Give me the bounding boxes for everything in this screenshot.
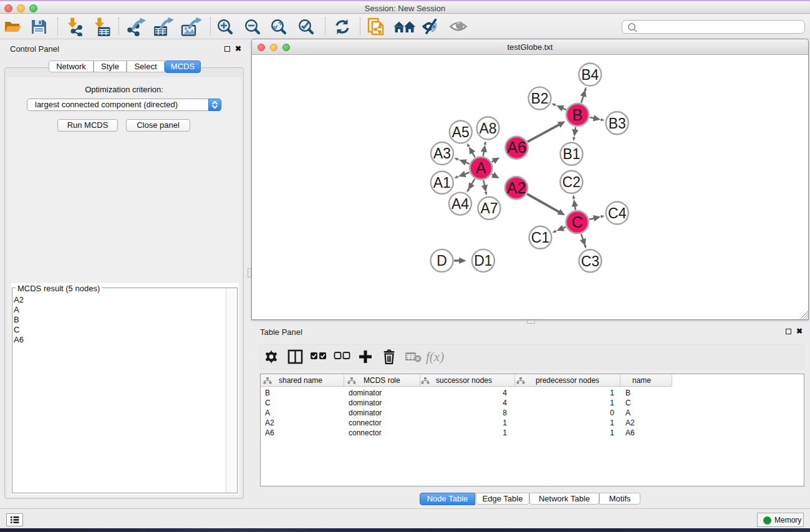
svg-text:A8: A8 bbox=[479, 120, 496, 137]
svg-text:C1: C1 bbox=[531, 230, 549, 246]
svg-text:B1: B1 bbox=[562, 146, 580, 162]
svg-text:A7: A7 bbox=[480, 200, 498, 216]
svg-text:B3: B3 bbox=[609, 115, 626, 132]
svg-text:A: A bbox=[476, 159, 486, 177]
svg-text:C4: C4 bbox=[608, 205, 627, 221]
svg-text:B2: B2 bbox=[531, 90, 548, 107]
svg-text:C3: C3 bbox=[581, 253, 599, 269]
svg-text:A1: A1 bbox=[433, 175, 451, 191]
svg-text:A2: A2 bbox=[507, 179, 526, 196]
svg-text:D1: D1 bbox=[474, 253, 492, 269]
svg-text:B: B bbox=[572, 106, 583, 123]
svg-text:C: C bbox=[572, 213, 583, 231]
svg-text:A6: A6 bbox=[507, 138, 526, 156]
svg-text:A4: A4 bbox=[451, 196, 469, 212]
svg-text:D: D bbox=[436, 253, 447, 269]
svg-text:B4: B4 bbox=[581, 67, 599, 83]
svg-text:A3: A3 bbox=[433, 145, 451, 162]
svg-text:C2: C2 bbox=[562, 174, 581, 190]
svg-text:A5: A5 bbox=[452, 124, 470, 140]
